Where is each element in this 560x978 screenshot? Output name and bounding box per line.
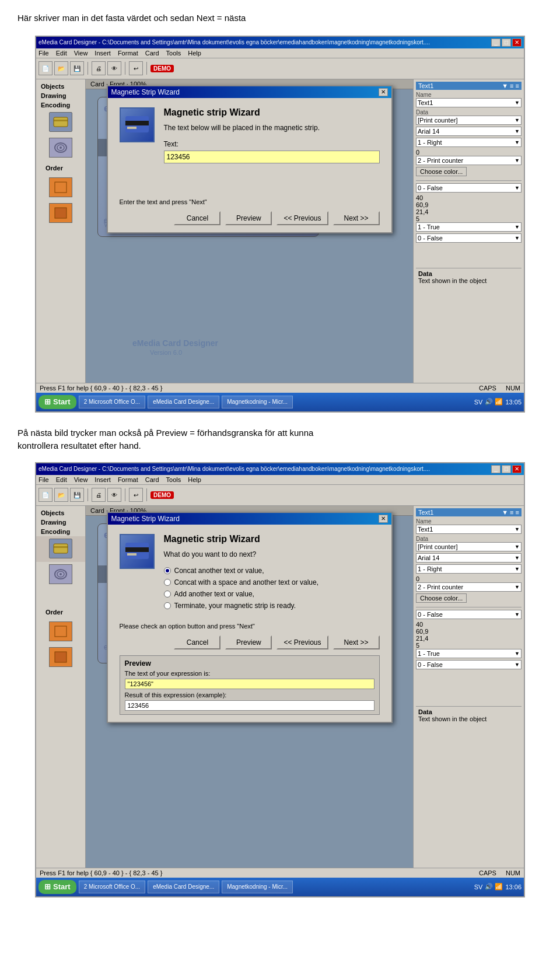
dialog-next-btn-1[interactable]: Next >> — [333, 211, 380, 225]
dialog-next-btn-2[interactable]: Next >> — [333, 635, 380, 649]
menu-help-2[interactable]: Help — [188, 476, 201, 483]
toolbar-btn-preview-tb-2[interactable]: 👁 — [107, 488, 121, 502]
maximize-btn-1[interactable]: □ — [502, 39, 511, 47]
menu-view-2[interactable]: View — [74, 476, 88, 483]
sidebar-item-antenna[interactable] — [36, 135, 85, 161]
sidebar-drawing-label: Drawing — [36, 91, 85, 100]
menu-file-1[interactable]: File — [38, 50, 49, 57]
toolbar-btn-undo[interactable]: ↩ — [129, 61, 143, 75]
toolbar-btn-new[interactable]: 📄 — [38, 61, 52, 75]
taskbar-item-office-1[interactable]: 2 Microsoft Office O... — [79, 396, 146, 408]
dialog-close-btn-2[interactable]: ✕ — [379, 515, 388, 523]
right-font-dropdown-2[interactable]: Arial 14 ▼ — [416, 553, 522, 563]
menu-insert-1[interactable]: Insert — [94, 50, 111, 57]
menu-edit-1[interactable]: Edit — [56, 50, 67, 57]
toolbar-2: 📄 📂 💾 🖨 👁 ↩ DEMO — [36, 485, 524, 506]
toolbar-btn-print[interactable]: 🖨 — [92, 61, 106, 75]
menu-view-1[interactable]: View — [74, 50, 88, 57]
menu-card-2[interactable]: Card — [145, 476, 159, 483]
sidebar-drawing-label-2: Drawing — [36, 518, 85, 527]
toolbar-btn-new-2[interactable]: 📄 — [38, 488, 52, 502]
right-data-dropdown-2[interactable]: [Print counter] ▼ — [416, 542, 522, 551]
right-false-dropdown-2[interactable]: 0 - False▼ — [416, 610, 522, 619]
right-false2-dropdown-1[interactable]: 0 - False▼ — [416, 233, 522, 243]
taskbar-item-emedia-2[interactable]: eMedia Card Designe... — [148, 881, 219, 893]
choose-color-btn-2[interactable]: Choose color... — [416, 593, 467, 603]
maximize-btn-2[interactable]: □ — [502, 465, 511, 473]
sidebar-item-front-2[interactable] — [36, 619, 85, 645]
dialog-preview-btn-2[interactable]: Preview — [225, 635, 272, 649]
right-align-dropdown[interactable]: 1 - Right ▼ — [416, 138, 522, 147]
taskbar-item-emedia-1[interactable]: eMedia Card Designe... — [148, 396, 219, 408]
dialog-previous-btn-1[interactable]: << Previous — [276, 211, 328, 225]
radio-option-2[interactable]: Concat with a space and another text or … — [164, 578, 380, 586]
menu-tools-1[interactable]: Tools — [166, 50, 181, 57]
sidebar-item-back[interactable] — [36, 201, 85, 226]
sidebar-item-antenna-2[interactable] — [36, 562, 85, 588]
radio-option-1[interactable]: Concat another text or value, — [164, 567, 380, 575]
sidebar-item-back-2[interactable] — [36, 645, 85, 670]
right-false2-dropdown-2[interactable]: 0 - False▼ — [416, 660, 522, 669]
dialog-icon-row-1: Magnetic strip Wizard The text below wil… — [120, 107, 380, 163]
right-false-dropdown-1[interactable]: 0 - False▼ — [416, 183, 522, 193]
taskbar-item-office-2[interactable]: 2 Microsoft Office O... — [79, 881, 146, 893]
toolbar-sep-2b — [125, 488, 125, 501]
right-name-dropdown[interactable]: Text1 ▼ — [416, 98, 522, 107]
sidebar-item-front[interactable] — [36, 175, 85, 201]
dialog-previous-btn-2[interactable]: << Previous — [276, 635, 328, 649]
sidebar-item-mag[interactable] — [36, 110, 85, 135]
right-printcounter-dropdown-2[interactable]: 2 - Print counter ▼ — [416, 582, 522, 592]
right-val-0-2: 0 — [416, 575, 522, 582]
minimize-btn-1[interactable]: _ — [491, 39, 501, 47]
choose-color-btn-1[interactable]: Choose color... — [416, 167, 467, 176]
minimize-btn-2[interactable]: _ — [491, 465, 501, 473]
preview-title: Preview — [125, 659, 374, 668]
menu-format-1[interactable]: Format — [118, 50, 138, 57]
radio-option-4[interactable]: Terminate, your magnetic strip is ready. — [164, 602, 380, 610]
menu-tools-2[interactable]: Tools — [166, 476, 181, 483]
start-btn-1[interactable]: ⊞ Start — [38, 395, 76, 409]
radio-option-3[interactable]: Add another text or value, — [164, 590, 380, 598]
right-font-dropdown[interactable]: Arial 14 ▼ — [416, 127, 522, 136]
card-area-2: Card · Front · 100% eMedia Card Designer… — [86, 506, 413, 868]
menu-file-2[interactable]: File — [38, 476, 49, 483]
mid-text: På nästa bild trycker man också på Previ… — [18, 427, 542, 453]
right-true-dropdown-1[interactable]: 1 - True▼ — [416, 222, 522, 232]
right-true-dropdown-2[interactable]: 1 - True▼ — [416, 649, 522, 658]
menu-insert-2[interactable]: Insert — [94, 476, 111, 483]
right-name-dropdown-2[interactable]: Text1 ▼ — [416, 525, 522, 534]
dialog-close-btn-1[interactable]: ✕ — [379, 88, 388, 96]
dialog-hint-2: Please check an option button and press … — [120, 623, 380, 630]
close-btn-2[interactable]: ✕ — [512, 465, 522, 473]
dialog-text-input-1[interactable] — [164, 151, 380, 163]
toolbar-btn-open-2[interactable]: 📂 — [54, 488, 68, 502]
start-btn-2[interactable]: ⊞ Start — [38, 880, 76, 894]
right-val-40-2: 40 — [416, 621, 522, 628]
sidebar-back-icon — [49, 203, 72, 223]
menu-format-2[interactable]: Format — [118, 476, 138, 483]
right-printcounter-dropdown[interactable]: 2 - Print counter ▼ — [416, 156, 522, 165]
dialog-preview-btn-1[interactable]: Preview — [225, 211, 272, 225]
menu-help-1[interactable]: Help — [188, 50, 201, 57]
taskbar-item-mag-1[interactable]: Magnetkodning - Micr... — [222, 396, 293, 408]
taskbar-item-mag-2[interactable]: Magnetkodning - Micr... — [222, 881, 293, 893]
dialog-cancel-btn-2[interactable]: Cancel — [174, 635, 220, 649]
dialog-hint-1: Enter the text and press "Next" — [120, 198, 380, 205]
menu-card-1[interactable]: Card — [145, 50, 159, 57]
toolbar-btn-open[interactable]: 📂 — [54, 61, 68, 75]
toolbar-btn-save-2[interactable]: 💾 — [70, 488, 84, 502]
taskbar-icons-2: 🔊 📶 — [485, 883, 503, 890]
dialog-overlay-2: Magnetic Strip Wizard ✕ — [86, 506, 413, 868]
toolbar-btn-save[interactable]: 💾 — [70, 61, 84, 75]
right-val-60: 60,9 — [416, 201, 522, 208]
right-align-dropdown-2[interactable]: 1 - Right ▼ — [416, 564, 522, 574]
sidebar-item-mag-2[interactable] — [36, 536, 85, 562]
close-btn-1[interactable]: ✕ — [512, 39, 522, 47]
right-data-dropdown[interactable]: [Print counter] ▼ — [416, 116, 522, 125]
toolbar-btn-preview-tb[interactable]: 👁 — [107, 61, 121, 75]
toolbar-btn-print-2[interactable]: 🖨 — [92, 488, 106, 502]
radio-circle-4 — [164, 602, 171, 609]
menu-edit-2[interactable]: Edit — [56, 476, 67, 483]
dialog-cancel-btn-1[interactable]: Cancel — [174, 211, 220, 225]
toolbar-btn-undo-2[interactable]: ↩ — [129, 488, 143, 502]
